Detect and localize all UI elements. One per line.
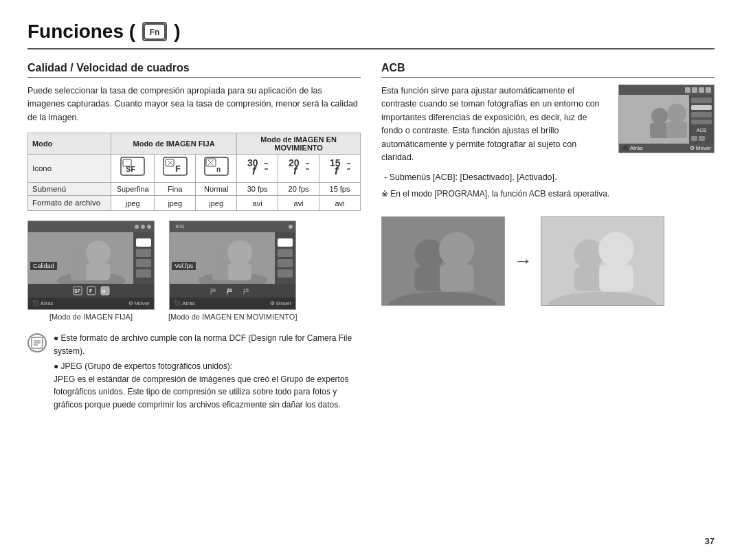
acb-sidebar: ACB: [689, 95, 714, 144]
acb-submenu-text: - Submenús [ACB]: [Desactivado], [Activa…: [381, 172, 715, 182]
fps-15-small: 15f: [243, 286, 256, 295]
cam-ui-label-calidad: Calidad: [30, 262, 57, 270]
cam-ui-top-num: 800: [172, 223, 184, 229]
svg-text:SF: SF: [126, 165, 135, 173]
icon-sf: SF: [111, 155, 155, 183]
format-3: avi: [237, 196, 278, 211]
svg-rect-31: [87, 263, 110, 280]
cam-ui-fps-row: 30f 20f 15f: [170, 284, 295, 298]
notes-text: ● Este formato de archivo cumple con la …: [54, 332, 361, 414]
note-2-title: JPEG (Grupo de expertos fotográficos uni…: [61, 361, 232, 371]
acb-bottom-bar: ⬛ Atrás ⚙ Mover: [619, 144, 714, 153]
acb-sidebar-item-3: [691, 120, 712, 125]
ui-dot-m-1: [289, 225, 293, 229]
svg-rect-69: [599, 265, 633, 292]
row-submenu-label: Submenú: [28, 183, 111, 196]
acb-icon-2: [692, 87, 697, 93]
before-after-row: →: [381, 216, 715, 306]
acb-top-bar: [619, 85, 714, 95]
fps-20-small: 20f: [227, 286, 239, 295]
svg-rect-55: [650, 123, 669, 138]
screenshot-fixed-caption: [Modo de IMAGEN FIJA]: [49, 313, 133, 321]
pencil-icon: [30, 336, 44, 350]
svg-text:n: n: [102, 289, 105, 293]
icon-20fps: 20 f: [278, 155, 319, 183]
svg-point-41: [227, 240, 252, 265]
submenu-2: Normal: [196, 183, 237, 196]
format-5: avi: [319, 196, 361, 211]
submenu-3: 30 fps: [237, 183, 278, 196]
before-after-arrow: →: [513, 250, 532, 272]
acb-icon-1: [685, 87, 690, 93]
col-moving-text: Modo de IMAGEN EN MOVIMIENTO: [260, 135, 337, 152]
page-number-text: 37: [705, 536, 715, 546]
people-silhouette-2: [195, 232, 271, 284]
icon-sf-small: SF: [73, 286, 82, 295]
acb-sidebar-item-active: [691, 105, 712, 111]
svg-rect-42: [228, 263, 251, 280]
cam-ui-main-area: Calidad: [28, 232, 154, 284]
back-label-1: ⬛ Atrás: [32, 300, 53, 306]
acb-icon-row: [691, 136, 712, 141]
page-title: Funciones ( Fn ): [27, 21, 180, 43]
cam-ui-fixed: Calidad SF F n ⬛ Atrás ⚙ Mover: [28, 221, 154, 309]
cam-ui-bottom-bar-2: ⬛ Atrás ⚙ Mover: [170, 298, 295, 309]
svg-rect-6: [166, 159, 174, 166]
svg-point-68: [598, 232, 633, 267]
sidebar-item-m-1: [278, 249, 293, 257]
svg-rect-63: [440, 265, 473, 292]
note-1: ● Este formato de archivo cumple con la …: [54, 332, 361, 357]
format-0: jpeg: [111, 196, 155, 211]
ui-dot-2: [141, 225, 145, 229]
cam-ui-top-bar: [28, 221, 154, 232]
acb-top: Esta función sirve para ajustar automáti…: [381, 85, 715, 164]
col-moving-image: Modo de IMAGEN EN MOVIMIENTO: [237, 133, 361, 155]
ui-dot-3: [147, 225, 151, 229]
move-label-2: ⚙ Mover: [270, 300, 291, 306]
format-label-text: Formato de archivo: [32, 199, 100, 207]
col-fixed-image: Modo de IMAGEN FIJA: [111, 133, 237, 155]
acb-main-view: ACB: [619, 95, 714, 144]
title-suffix: ): [174, 21, 180, 43]
cam-ui-top-bar-2: 800: [170, 221, 295, 232]
acb-sidebar-item-2: [691, 112, 712, 117]
left-column: Calidad / Velocidad de cuadros Puede sel…: [27, 62, 361, 530]
caption-text-1: [Modo de IMAGEN FIJA]: [49, 313, 133, 321]
cam-ui-moving: 800: [170, 221, 295, 309]
note-icon: [27, 333, 47, 352]
acb-back: ⬛ Atrás: [622, 145, 642, 151]
ui-dot-1: [135, 225, 139, 229]
cam-ui-sidebar-2: [275, 232, 295, 284]
after-photo: [541, 216, 664, 306]
sidebar-item-active-2: [278, 238, 293, 247]
left-description: Puede seleccionar la tasa de compresión …: [27, 85, 361, 124]
right-column: ACB Esta función sirve para ajustar auto…: [381, 62, 715, 530]
svg-text:n: n: [216, 166, 221, 173]
acb-icon-3: [699, 87, 704, 93]
fn-icon: Fn: [142, 22, 167, 41]
format-1: jpeg: [155, 196, 196, 211]
arrow-text: →: [513, 250, 532, 271]
acb-screenshot-container: ACB ⬛ Atrás ⚙ Mover: [618, 85, 715, 164]
page-header: Funciones ( Fn ): [27, 21, 715, 49]
notes-box: ● Este formato de archivo cumple con la …: [27, 332, 361, 414]
back-label-2: ⬛ Atrás: [174, 300, 194, 306]
svg-point-30: [86, 240, 111, 265]
icon-15fps: 15 f: [319, 155, 361, 183]
sidebar-item-m-2: [278, 259, 293, 267]
screenshot-moving-caption: [Modo de IMAGEN EN MOVIMIENTO]: [168, 313, 297, 321]
screenshot-moving: 800: [168, 221, 297, 321]
note-2: ● JPEG (Grupo de expertos fotográficos u…: [54, 360, 361, 411]
quality-table: Modo Modo de IMAGEN FIJA Modo de IMAGEN …: [27, 133, 361, 211]
acb-description: Esta función sirve para ajustar automáti…: [381, 85, 610, 164]
people-silhouette: [54, 232, 129, 284]
left-section-title: Calidad / Velocidad de cuadros: [27, 62, 361, 78]
before-photo: [381, 216, 505, 306]
icon-n-small: n: [100, 286, 110, 295]
page: Funciones ( Fn ) Calidad / Velocidad de …: [0, 0, 742, 560]
row-icon-label: Icono: [28, 155, 111, 183]
icon-f-small: F: [87, 286, 96, 295]
svg-point-54: [651, 108, 668, 124]
icon-30fps: 30 f: [237, 155, 278, 183]
cam-ui-bottom-bar-1: ⬛ Atrás ⚙ Mover: [28, 298, 154, 309]
